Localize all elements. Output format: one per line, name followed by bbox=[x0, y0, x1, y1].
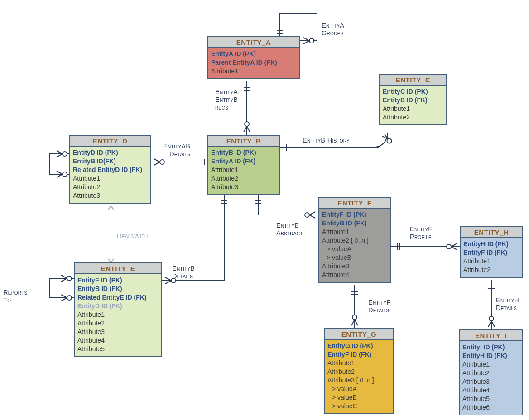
entity-row: Attribute3 [ 0..n ] bbox=[327, 376, 390, 385]
entity-row: Attribute2 bbox=[211, 174, 276, 183]
entity-row: Attribute2 [ 0..n ] bbox=[322, 236, 387, 245]
entity-b: ENTITY_B EntityB ID (PK)EntityA ID (FK)A… bbox=[207, 135, 280, 195]
entity-i-title: ENTITY_I bbox=[460, 330, 522, 341]
entity-row: Parent EntityA ID (FK) bbox=[211, 58, 296, 67]
entity-row: > valueB bbox=[322, 253, 387, 262]
entity-a-body: EntityA ID (PK)Parent EntityA ID (FK)Att… bbox=[208, 48, 299, 78]
entity-h-body: EntityH ID (PK)EntityF ID (FK)Attribute1… bbox=[461, 238, 522, 277]
entity-row: > valueA bbox=[322, 245, 387, 253]
entity-row: Attribute2 bbox=[77, 319, 159, 328]
entity-d-title: ENTITY_D bbox=[70, 136, 150, 147]
label-h-details: EntityHDetails bbox=[496, 296, 519, 312]
entity-e: ENTITY_E EntityE ID (PK)EntityB ID (FK)R… bbox=[74, 262, 162, 357]
entity-g: ENTITY_G EntityG ID (PK)EntityF ID (FK)A… bbox=[324, 328, 394, 414]
entity-row: EntityH ID (FK) bbox=[462, 352, 519, 360]
entity-row: Attribute2 bbox=[73, 183, 147, 191]
entity-row: Attribute1 bbox=[327, 359, 390, 368]
label-deals-with: DealsWith bbox=[117, 232, 148, 240]
entity-b-title: ENTITY_B bbox=[208, 136, 279, 147]
label-a-groups: EntityAGroups bbox=[322, 22, 344, 37]
entity-row: EntityI ID (PK) bbox=[462, 343, 519, 352]
entity-row: EntityB ID (FK) bbox=[322, 219, 387, 228]
label-b-history: EntityB History bbox=[303, 137, 350, 144]
entity-row: Attribute3 bbox=[211, 183, 276, 191]
entity-row: Attribute4 bbox=[462, 386, 519, 395]
entity-b-body: EntityB ID (PK)EntityA ID (FK)Attribute1… bbox=[208, 147, 279, 194]
entity-row: Attribute3 bbox=[322, 262, 387, 271]
entity-row: Attribute2 bbox=[463, 266, 519, 274]
entity-row: EntityF ID (FK) bbox=[327, 350, 390, 359]
entity-f: ENTITY_F EntityF ID (PK)EntityB ID (FK)A… bbox=[318, 197, 391, 283]
entity-row: EntityB ID (PK) bbox=[211, 148, 276, 157]
entity-g-body: EntityG ID (PK)EntityF ID (FK)Attribute1… bbox=[325, 340, 393, 413]
entity-row: Attribute2 bbox=[383, 113, 443, 122]
label-ab-details: EntityABDetails bbox=[163, 143, 190, 158]
entity-row: Attribute6 bbox=[462, 403, 519, 412]
entity-row: Related EntityE ID (FK) bbox=[77, 293, 159, 302]
entity-i: ENTITY_I EntityI ID (PK)EntityH ID (FK)A… bbox=[459, 329, 523, 415]
entity-h-title: ENTITY_H bbox=[461, 227, 522, 238]
entity-row: > valueB bbox=[327, 393, 390, 402]
entity-row: EntityB ID (FK) bbox=[77, 285, 159, 293]
entity-row: Attribute2 bbox=[327, 368, 390, 376]
entity-row: Attribute3 bbox=[462, 377, 519, 386]
label-reports-to: ReportsTo bbox=[3, 289, 28, 304]
entity-i-body: EntityI ID (PK)EntityH ID (FK)Attribute1… bbox=[460, 341, 522, 415]
entity-row: EntityF ID (FK) bbox=[463, 248, 519, 257]
entity-row: EntityA ID (FK) bbox=[211, 157, 276, 166]
entity-row: Attribute5 bbox=[77, 345, 159, 353]
entity-row: Attribute1 bbox=[211, 67, 296, 76]
label-f-details: EntityFDetails bbox=[368, 299, 391, 314]
label-f-profile: EntityFProfile bbox=[410, 225, 433, 241]
entity-row: Attribute3 bbox=[73, 191, 147, 200]
entity-row: Attribute4 bbox=[322, 271, 387, 279]
entity-row: Attribute1 bbox=[211, 166, 276, 174]
entity-c: ENTITY_C EntityC ID (PK)EntityB ID (FK)A… bbox=[379, 74, 447, 125]
entity-row: Attribute5 bbox=[462, 395, 519, 403]
entity-row: > valueC bbox=[327, 402, 390, 410]
entity-g-title: ENTITY_G bbox=[325, 329, 393, 340]
entity-row: EntityG ID (PK) bbox=[327, 342, 390, 350]
entity-c-title: ENTITY_C bbox=[380, 75, 446, 86]
entity-row: EntityB ID (FK) bbox=[383, 96, 443, 105]
entity-h: ENTITY_H EntityH ID (PK)EntityF ID (FK)A… bbox=[460, 226, 523, 278]
entity-c-body: EntityC ID (PK)EntityB ID (FK)Attribute1… bbox=[380, 86, 446, 124]
entity-row: EntityC ID (PK) bbox=[383, 87, 443, 96]
entity-f-title: ENTITY_F bbox=[319, 198, 390, 209]
entity-row: Attribute1 bbox=[73, 174, 147, 183]
entity-row: Attribute4 bbox=[77, 336, 159, 345]
entity-row: EntityH ID (PK) bbox=[463, 240, 519, 248]
label-b-details: EntityBDetails bbox=[172, 265, 195, 280]
entity-e-title: ENTITY_E bbox=[75, 263, 161, 274]
entity-e-body: EntityE ID (PK)EntityB ID (FK)Related En… bbox=[75, 274, 161, 356]
label-a-b-recs: EntityAEntityBrecs bbox=[215, 88, 238, 111]
label-b-abstract: EntityBAbstract bbox=[276, 222, 303, 237]
entity-row: EntityE ID (PK) bbox=[77, 276, 159, 285]
entity-d-body: EntityD ID (PK)EntityB ID(FK)Related Ent… bbox=[70, 147, 150, 203]
entity-f-body: EntityF ID (PK)EntityB ID (FK)Attribute1… bbox=[319, 209, 390, 282]
entity-row: Attribute1 bbox=[383, 105, 443, 113]
entity-row: Attribute3 bbox=[77, 328, 159, 336]
entity-row: Related EntityD ID (FK) bbox=[73, 166, 147, 174]
entity-d: ENTITY_D EntityD ID (PK)EntityB ID(FK)Re… bbox=[69, 135, 151, 204]
entity-row: EntityF ID (PK) bbox=[322, 210, 387, 219]
entity-row: Attribute1 bbox=[463, 257, 519, 266]
entity-row: Attribute1 bbox=[462, 360, 519, 369]
entity-row: EntityD ID (FK) bbox=[77, 302, 159, 310]
entity-row: Attribute2 bbox=[462, 369, 519, 377]
entity-row: EntityA ID (PK) bbox=[211, 50, 296, 58]
entity-a-title: ENTITY_A bbox=[208, 37, 299, 48]
entity-row: EntityB ID(FK) bbox=[73, 157, 147, 166]
entity-a: ENTITY_A EntityA ID (PK)Parent EntityA I… bbox=[207, 36, 300, 79]
entity-row: EntityD ID (PK) bbox=[73, 148, 147, 157]
entity-row: Attribute1 bbox=[77, 310, 159, 319]
entity-row: > valueA bbox=[327, 385, 390, 393]
entity-row: Attribute1 bbox=[322, 228, 387, 236]
